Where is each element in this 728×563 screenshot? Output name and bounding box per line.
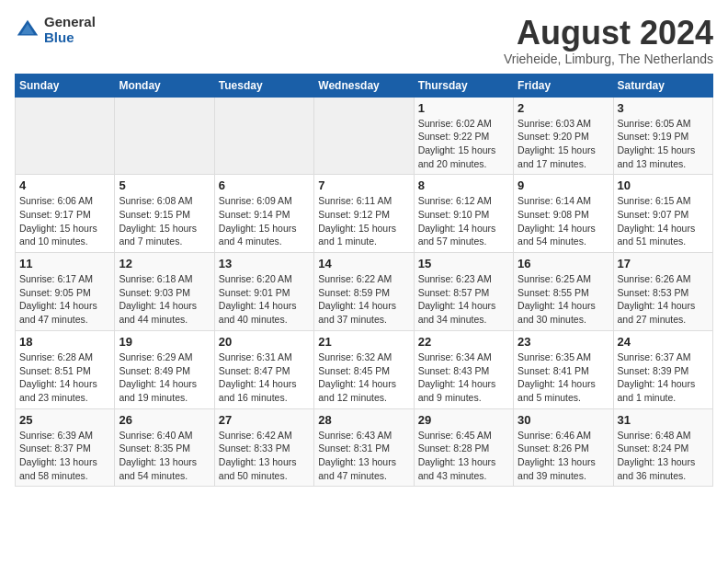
- day-number: 9: [518, 178, 609, 192]
- calendar-header-row: Sunday Monday Tuesday Wednesday Thursday…: [16, 74, 713, 97]
- calendar-cell: 31Sunrise: 6:48 AM Sunset: 8:24 PM Dayli…: [613, 408, 712, 487]
- day-number: 29: [418, 413, 509, 427]
- day-info: Sunrise: 6:43 AM Sunset: 8:31 PM Dayligh…: [318, 429, 409, 483]
- day-info: Sunrise: 6:09 AM Sunset: 9:14 PM Dayligh…: [219, 194, 310, 248]
- logo-text: General Blue: [44, 15, 96, 45]
- day-info: Sunrise: 6:11 AM Sunset: 9:12 PM Dayligh…: [318, 194, 409, 248]
- day-info: Sunrise: 6:34 AM Sunset: 8:43 PM Dayligh…: [418, 350, 509, 405]
- day-info: Sunrise: 6:18 AM Sunset: 9:03 PM Dayligh…: [119, 272, 210, 327]
- header: General Blue August 2024 Vrieheide, Limb…: [15, 15, 713, 66]
- calendar-cell: 19Sunrise: 6:29 AM Sunset: 8:49 PM Dayli…: [115, 330, 214, 408]
- title-area: August 2024 Vrieheide, Limburg, The Neth…: [504, 15, 713, 66]
- day-number: 31: [618, 413, 709, 427]
- day-info: Sunrise: 6:22 AM Sunset: 8:59 PM Dayligh…: [318, 272, 409, 327]
- calendar-cell: 15Sunrise: 6:23 AM Sunset: 8:57 PM Dayli…: [414, 253, 513, 331]
- calendar-cell: 22Sunrise: 6:34 AM Sunset: 8:43 PM Dayli…: [414, 330, 513, 408]
- main-title: August 2024: [504, 15, 713, 52]
- calendar-cell: 29Sunrise: 6:45 AM Sunset: 8:28 PM Dayli…: [414, 408, 513, 487]
- calendar-cell: 18Sunrise: 6:28 AM Sunset: 8:51 PM Dayli…: [16, 330, 115, 408]
- day-number: 30: [518, 413, 609, 427]
- day-number: 10: [618, 178, 709, 192]
- calendar-cell: 6Sunrise: 6:09 AM Sunset: 9:14 PM Daylig…: [214, 175, 313, 253]
- logo-general: General: [44, 15, 96, 30]
- calendar-cell: 9Sunrise: 6:14 AM Sunset: 9:08 PM Daylig…: [514, 175, 613, 253]
- day-number: 15: [418, 257, 509, 270]
- day-info: Sunrise: 6:26 AM Sunset: 8:53 PM Dayligh…: [618, 272, 709, 327]
- calendar-cell: [16, 97, 115, 175]
- day-info: Sunrise: 6:29 AM Sunset: 8:49 PM Dayligh…: [119, 350, 210, 405]
- calendar-cell: 3Sunrise: 6:05 AM Sunset: 9:19 PM Daylig…: [613, 97, 712, 175]
- day-number: 1: [418, 101, 509, 115]
- calendar-cell: 25Sunrise: 6:39 AM Sunset: 8:37 PM Dayli…: [16, 408, 115, 487]
- day-info: Sunrise: 6:08 AM Sunset: 9:15 PM Dayligh…: [119, 194, 210, 248]
- calendar-cell: 30Sunrise: 6:46 AM Sunset: 8:26 PM Dayli…: [514, 408, 613, 487]
- day-number: 2: [518, 101, 609, 115]
- day-number: 22: [418, 335, 509, 349]
- col-saturday: Saturday: [613, 74, 712, 97]
- day-info: Sunrise: 6:32 AM Sunset: 8:45 PM Dayligh…: [318, 350, 409, 405]
- col-tuesday: Tuesday: [214, 74, 313, 97]
- day-number: 13: [219, 257, 310, 270]
- day-info: Sunrise: 6:12 AM Sunset: 9:10 PM Dayligh…: [418, 194, 509, 248]
- day-number: 14: [318, 257, 409, 270]
- col-sunday: Sunday: [16, 74, 115, 97]
- day-info: Sunrise: 6:48 AM Sunset: 8:24 PM Dayligh…: [618, 429, 709, 483]
- calendar-cell: 4Sunrise: 6:06 AM Sunset: 9:17 PM Daylig…: [16, 175, 115, 253]
- day-number: 12: [119, 257, 210, 270]
- day-number: 5: [119, 178, 210, 192]
- col-wednesday: Wednesday: [314, 74, 414, 97]
- day-number: 18: [19, 335, 110, 349]
- day-info: Sunrise: 6:14 AM Sunset: 9:08 PM Dayligh…: [518, 194, 609, 248]
- calendar-cell: 24Sunrise: 6:37 AM Sunset: 8:39 PM Dayli…: [613, 330, 712, 408]
- day-number: 21: [318, 335, 409, 349]
- calendar-cell: 23Sunrise: 6:35 AM Sunset: 8:41 PM Dayli…: [514, 330, 613, 408]
- calendar-cell: 7Sunrise: 6:11 AM Sunset: 9:12 PM Daylig…: [314, 175, 414, 253]
- day-number: 4: [19, 178, 110, 192]
- calendar-cell: [214, 97, 313, 175]
- day-info: Sunrise: 6:23 AM Sunset: 8:57 PM Dayligh…: [418, 272, 509, 327]
- calendar-week-4: 18Sunrise: 6:28 AM Sunset: 8:51 PM Dayli…: [16, 330, 713, 408]
- calendar-cell: 17Sunrise: 6:26 AM Sunset: 8:53 PM Dayli…: [613, 253, 712, 331]
- calendar-cell: 12Sunrise: 6:18 AM Sunset: 9:03 PM Dayli…: [115, 253, 214, 331]
- day-number: 11: [19, 257, 110, 270]
- day-number: 26: [119, 413, 210, 427]
- day-number: 25: [19, 413, 110, 427]
- day-number: 28: [318, 413, 409, 427]
- day-number: 6: [219, 178, 310, 192]
- calendar: Sunday Monday Tuesday Wednesday Thursday…: [15, 74, 713, 488]
- calendar-cell: 16Sunrise: 6:25 AM Sunset: 8:55 PM Dayli…: [514, 253, 613, 331]
- calendar-cell: [314, 97, 414, 175]
- calendar-cell: 1Sunrise: 6:02 AM Sunset: 9:22 PM Daylig…: [414, 97, 513, 175]
- col-thursday: Thursday: [414, 74, 513, 97]
- calendar-cell: 27Sunrise: 6:42 AM Sunset: 8:33 PM Dayli…: [214, 408, 313, 487]
- calendar-week-1: 1Sunrise: 6:02 AM Sunset: 9:22 PM Daylig…: [16, 97, 713, 175]
- calendar-cell: 20Sunrise: 6:31 AM Sunset: 8:47 PM Dayli…: [214, 330, 313, 408]
- calendar-cell: 10Sunrise: 6:15 AM Sunset: 9:07 PM Dayli…: [613, 175, 712, 253]
- day-number: 27: [219, 413, 310, 427]
- day-info: Sunrise: 6:25 AM Sunset: 8:55 PM Dayligh…: [518, 272, 609, 327]
- logo-icon: [15, 17, 40, 43]
- subtitle: Vrieheide, Limburg, The Netherlands: [504, 52, 713, 66]
- day-number: 19: [119, 335, 210, 349]
- calendar-cell: 26Sunrise: 6:40 AM Sunset: 8:35 PM Dayli…: [115, 408, 214, 487]
- col-friday: Friday: [514, 74, 613, 97]
- col-monday: Monday: [115, 74, 214, 97]
- day-info: Sunrise: 6:37 AM Sunset: 8:39 PM Dayligh…: [618, 350, 709, 405]
- day-info: Sunrise: 6:39 AM Sunset: 8:37 PM Dayligh…: [19, 429, 110, 483]
- calendar-cell: 2Sunrise: 6:03 AM Sunset: 9:20 PM Daylig…: [514, 97, 613, 175]
- day-number: 16: [518, 257, 609, 270]
- day-number: 3: [618, 101, 709, 115]
- day-info: Sunrise: 6:06 AM Sunset: 9:17 PM Dayligh…: [19, 194, 110, 248]
- day-number: 23: [518, 335, 609, 349]
- calendar-cell: 28Sunrise: 6:43 AM Sunset: 8:31 PM Dayli…: [314, 408, 414, 487]
- day-info: Sunrise: 6:03 AM Sunset: 9:20 PM Dayligh…: [518, 117, 609, 171]
- calendar-cell: 11Sunrise: 6:17 AM Sunset: 9:05 PM Dayli…: [16, 253, 115, 331]
- day-info: Sunrise: 6:02 AM Sunset: 9:22 PM Dayligh…: [418, 117, 509, 171]
- day-number: 8: [418, 178, 509, 192]
- day-number: 17: [618, 257, 709, 270]
- logo: General Blue: [15, 15, 96, 45]
- calendar-cell: 13Sunrise: 6:20 AM Sunset: 9:01 PM Dayli…: [214, 253, 313, 331]
- day-info: Sunrise: 6:15 AM Sunset: 9:07 PM Dayligh…: [618, 194, 709, 248]
- calendar-cell: 14Sunrise: 6:22 AM Sunset: 8:59 PM Dayli…: [314, 253, 414, 331]
- day-info: Sunrise: 6:45 AM Sunset: 8:28 PM Dayligh…: [418, 429, 509, 483]
